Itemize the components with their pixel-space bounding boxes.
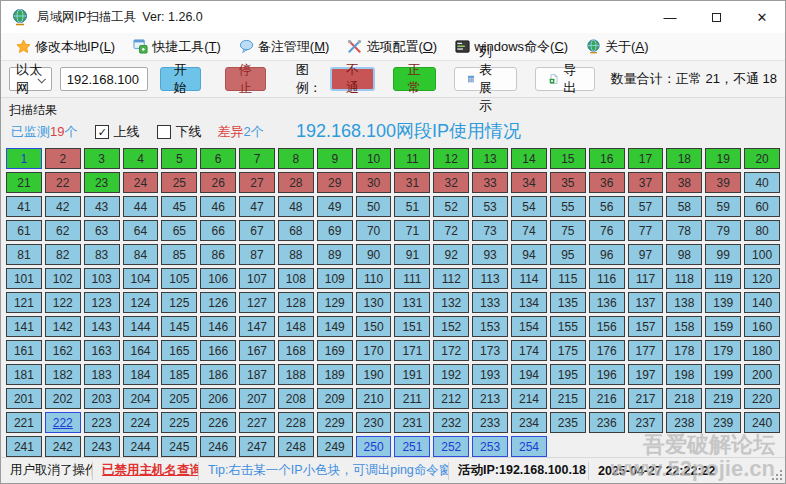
ip-cell-157[interactable]: 157 bbox=[628, 316, 664, 337]
ip-cell-231[interactable]: 231 bbox=[394, 412, 430, 433]
ip-cell-43[interactable]: 43 bbox=[84, 196, 120, 217]
ip-cell-47[interactable]: 47 bbox=[239, 196, 275, 217]
adapter-select[interactable]: 以太网 bbox=[9, 67, 52, 91]
ip-cell-106[interactable]: 106 bbox=[200, 268, 236, 289]
ip-cell-64[interactable]: 64 bbox=[123, 220, 159, 241]
ip-cell-127[interactable]: 127 bbox=[239, 292, 275, 313]
ip-cell-87[interactable]: 87 bbox=[239, 244, 275, 265]
ip-cell-102[interactable]: 102 bbox=[45, 268, 81, 289]
ip-cell-111[interactable]: 111 bbox=[394, 268, 430, 289]
ip-cell-169[interactable]: 169 bbox=[317, 340, 353, 361]
ip-cell-93[interactable]: 93 bbox=[472, 244, 508, 265]
ip-cell-148[interactable]: 148 bbox=[278, 316, 314, 337]
ip-cell-75[interactable]: 75 bbox=[550, 220, 586, 241]
ip-cell-90[interactable]: 90 bbox=[356, 244, 392, 265]
ip-cell-120[interactable]: 120 bbox=[744, 268, 780, 289]
ip-cell-159[interactable]: 159 bbox=[705, 316, 741, 337]
ip-cell-91[interactable]: 91 bbox=[394, 244, 430, 265]
ip-cell-140[interactable]: 140 bbox=[744, 292, 780, 313]
ip-cell-116[interactable]: 116 bbox=[589, 268, 625, 289]
ip-cell-95[interactable]: 95 bbox=[550, 244, 586, 265]
ip-cell-76[interactable]: 76 bbox=[589, 220, 625, 241]
ip-cell-214[interactable]: 214 bbox=[511, 388, 547, 409]
ip-cell-154[interactable]: 154 bbox=[511, 316, 547, 337]
export-button[interactable]: 导出 bbox=[535, 67, 595, 91]
ip-cell-13[interactable]: 13 bbox=[472, 148, 508, 169]
ip-cell-196[interactable]: 196 bbox=[589, 364, 625, 385]
ip-cell-224[interactable]: 224 bbox=[123, 412, 159, 433]
ip-cell-168[interactable]: 168 bbox=[278, 340, 314, 361]
close-button[interactable]: ✕ bbox=[739, 1, 785, 33]
ip-cell-24[interactable]: 24 bbox=[123, 172, 159, 193]
maximize-button[interactable] bbox=[693, 1, 739, 33]
menu-item-about[interactable]: 关于(A) bbox=[577, 35, 657, 59]
ip-cell-29[interactable]: 29 bbox=[317, 172, 353, 193]
ip-cell-190[interactable]: 190 bbox=[356, 364, 392, 385]
minimize-button[interactable]: — bbox=[647, 1, 693, 33]
ip-cell-195[interactable]: 195 bbox=[550, 364, 586, 385]
legend-unreachable-button[interactable]: 不通 bbox=[330, 67, 375, 91]
ip-cell-241[interactable]: 241 bbox=[6, 436, 42, 457]
hostname-query-disabled-link[interactable]: 已禁用主机名查询 bbox=[93, 462, 199, 480]
ip-cell-253[interactable]: 253 bbox=[472, 436, 508, 457]
ip-cell-19[interactable]: 19 bbox=[705, 148, 741, 169]
offline-checkbox[interactable] bbox=[157, 125, 171, 139]
ip-cell-17[interactable]: 17 bbox=[628, 148, 664, 169]
ip-cell-63[interactable]: 63 bbox=[84, 220, 120, 241]
ip-cell-119[interactable]: 119 bbox=[705, 268, 741, 289]
ip-cell-23[interactable]: 23 bbox=[84, 172, 120, 193]
ip-cell-115[interactable]: 115 bbox=[550, 268, 586, 289]
ip-cell-185[interactable]: 185 bbox=[161, 364, 197, 385]
ip-cell-182[interactable]: 182 bbox=[45, 364, 81, 385]
ip-cell-25[interactable]: 25 bbox=[161, 172, 197, 193]
ip-cell-251[interactable]: 251 bbox=[394, 436, 430, 457]
ip-cell-15[interactable]: 15 bbox=[550, 148, 586, 169]
ip-cell-244[interactable]: 244 bbox=[123, 436, 159, 457]
ip-cell-228[interactable]: 228 bbox=[278, 412, 314, 433]
ip-cell-207[interactable]: 207 bbox=[239, 388, 275, 409]
ip-cell-208[interactable]: 208 bbox=[278, 388, 314, 409]
ip-cell-121[interactable]: 121 bbox=[6, 292, 42, 313]
menu-item-windows-cmd[interactable]: windows命令(C) bbox=[446, 35, 577, 59]
ip-cell-191[interactable]: 191 bbox=[394, 364, 430, 385]
ip-cell-31[interactable]: 31 bbox=[394, 172, 430, 193]
ip-cell-212[interactable]: 212 bbox=[433, 388, 469, 409]
ip-cell-192[interactable]: 192 bbox=[433, 364, 469, 385]
ip-cell-77[interactable]: 77 bbox=[628, 220, 664, 241]
ip-cell-239[interactable]: 239 bbox=[705, 412, 741, 433]
ip-cell-83[interactable]: 83 bbox=[84, 244, 120, 265]
ip-cell-60[interactable]: 60 bbox=[744, 196, 780, 217]
ip-cell-236[interactable]: 236 bbox=[589, 412, 625, 433]
ip-cell-114[interactable]: 114 bbox=[511, 268, 547, 289]
ip-cell-186[interactable]: 186 bbox=[200, 364, 236, 385]
ip-cell-54[interactable]: 54 bbox=[511, 196, 547, 217]
ip-cell-86[interactable]: 86 bbox=[200, 244, 236, 265]
ip-cell-6[interactable]: 6 bbox=[200, 148, 236, 169]
ip-cell-108[interactable]: 108 bbox=[278, 268, 314, 289]
ip-cell-209[interactable]: 209 bbox=[317, 388, 353, 409]
ip-cell-20[interactable]: 20 bbox=[744, 148, 780, 169]
menu-item-options[interactable]: 选项配置(O) bbox=[338, 35, 446, 59]
ip-cell-250[interactable]: 250 bbox=[356, 436, 392, 457]
online-checkbox[interactable]: ✓ bbox=[95, 125, 109, 139]
ip-cell-165[interactable]: 165 bbox=[161, 340, 197, 361]
ip-cell-137[interactable]: 137 bbox=[628, 292, 664, 313]
ip-cell-16[interactable]: 16 bbox=[589, 148, 625, 169]
ip-cell-205[interactable]: 205 bbox=[161, 388, 197, 409]
ip-cell-166[interactable]: 166 bbox=[200, 340, 236, 361]
ip-cell-134[interactable]: 134 bbox=[511, 292, 547, 313]
ip-cell-38[interactable]: 38 bbox=[666, 172, 702, 193]
ip-cell-232[interactable]: 232 bbox=[433, 412, 469, 433]
ip-cell-37[interactable]: 37 bbox=[628, 172, 664, 193]
ip-cell-11[interactable]: 11 bbox=[394, 148, 430, 169]
ip-cell-73[interactable]: 73 bbox=[472, 220, 508, 241]
ip-cell-149[interactable]: 149 bbox=[317, 316, 353, 337]
ip-cell-18[interactable]: 18 bbox=[666, 148, 702, 169]
ip-cell-99[interactable]: 99 bbox=[705, 244, 741, 265]
ip-cell-49[interactable]: 49 bbox=[317, 196, 353, 217]
ip-cell-179[interactable]: 179 bbox=[705, 340, 741, 361]
ip-cell-243[interactable]: 243 bbox=[84, 436, 120, 457]
ip-cell-217[interactable]: 217 bbox=[628, 388, 664, 409]
ip-cell-133[interactable]: 133 bbox=[472, 292, 508, 313]
ip-cell-45[interactable]: 45 bbox=[161, 196, 197, 217]
